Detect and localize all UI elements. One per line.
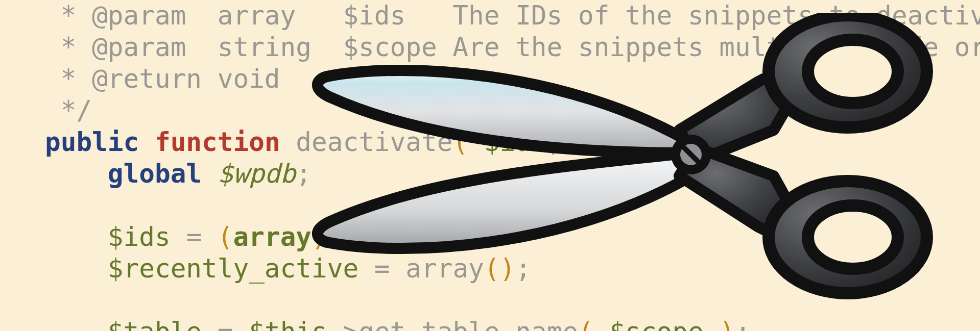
keyword-function: function: [155, 127, 280, 157]
semicolon: ;: [735, 317, 751, 331]
code-block: * @param array $ids The IDs of the snipp…: [0, 0, 980, 331]
equals: =: [218, 317, 233, 331]
var-recently-active: $recently_active: [108, 253, 358, 284]
var-ids: $ids: [484, 127, 547, 157]
semicolon: ;: [296, 159, 312, 189]
equals: =: [374, 253, 390, 284]
arrow-op: ->: [327, 317, 358, 331]
comma: ,: [547, 127, 578, 157]
semicolon: ;: [405, 222, 421, 252]
paren-open: (: [484, 253, 500, 284]
var-scope-partial: $sc: [578, 127, 625, 157]
paren-close: ): [704, 317, 735, 331]
keyword-global: global: [108, 159, 202, 189]
comment-line-3: * @return void: [45, 64, 280, 94]
keyword-public: public: [45, 127, 139, 157]
paren-open: (: [452, 127, 484, 157]
indent: [45, 253, 108, 284]
var-this: $this: [249, 317, 327, 331]
paren-close: ): [500, 253, 516, 284]
var-scope: $scope: [609, 317, 703, 331]
var-wpdb: $wpdb: [218, 159, 296, 189]
code-image: * @param array $ids The IDs of the snipp…: [0, 0, 980, 331]
indent: [45, 159, 108, 189]
paren-open: (: [578, 317, 609, 331]
comment-line-4: */: [45, 95, 92, 125]
indent: [45, 317, 108, 331]
var-table: $table: [108, 317, 202, 331]
comment-line-1: * @param array $ids The IDs of the snipp…: [45, 1, 980, 31]
function-name: deactivate: [296, 127, 452, 157]
paren-open: (: [218, 222, 233, 252]
indent: [45, 222, 108, 252]
comment-line-2: * @param string $scope Are the snippets …: [45, 32, 980, 62]
var-ids: $ids: [108, 222, 171, 252]
fn-get-table-name: get_table_name: [358, 317, 578, 331]
fn-array: array: [405, 253, 484, 284]
cast-array: array: [233, 222, 312, 252]
equals: =: [186, 222, 202, 252]
var-ids-2: $ids: [343, 222, 406, 252]
paren-close: ): [312, 222, 327, 252]
semicolon: ;: [515, 253, 531, 284]
